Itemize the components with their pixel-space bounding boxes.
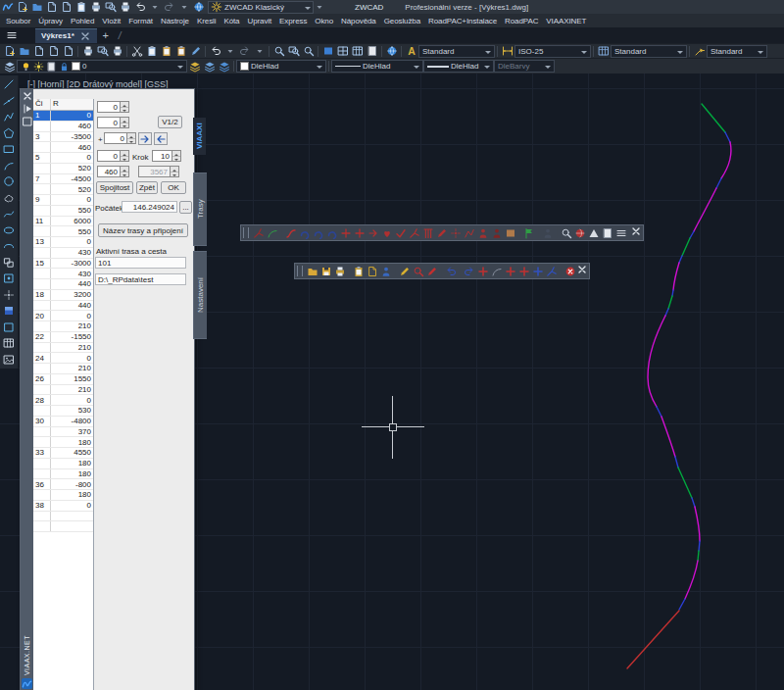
insert-before-button[interactable]	[138, 132, 152, 145]
rp-route-tool[interactable]	[252, 226, 266, 240]
print-button[interactable]	[88, 1, 103, 14]
table-row[interactable]: 116000	[33, 217, 93, 227]
rp-terrain-tool[interactable]	[266, 226, 279, 240]
layer-select[interactable]: 0	[17, 60, 187, 73]
spinner-c[interactable]: 0	[104, 132, 136, 144]
table-row[interactable]: 7-4500	[33, 174, 93, 185]
revision-cloud-tool[interactable]	[2, 192, 16, 204]
table-row[interactable]: 50	[33, 153, 93, 164]
undo-button[interactable]	[208, 45, 222, 58]
table-row[interactable]: 210	[33, 343, 93, 354]
krok-spinner[interactable]: 10	[152, 150, 181, 162]
print-preview-button[interactable]	[103, 1, 118, 14]
table-row-empty[interactable]	[33, 512, 93, 522]
sheet-button[interactable]	[365, 45, 379, 58]
route-segment[interactable]	[698, 551, 699, 561]
spinner-b[interactable]: 0	[97, 117, 129, 128]
route-segment[interactable]	[665, 309, 668, 316]
rp-flag-tool[interactable]	[522, 226, 536, 240]
text-style-select[interactable]: Standard	[418, 45, 495, 58]
zoom-previous-button[interactable]	[301, 45, 316, 58]
table-row[interactable]: 440	[33, 301, 93, 312]
undo-dropdown-icon[interactable]	[147, 1, 162, 14]
table-row[interactable]: 210	[33, 385, 93, 396]
table-view-button[interactable]	[350, 45, 365, 58]
v12-button[interactable]: V1/2	[158, 116, 182, 128]
rp-branch-tool[interactable]	[408, 226, 421, 240]
lineweight-select[interactable]: DleHlad	[423, 60, 494, 73]
menu-item-7[interactable]: Kóta	[220, 17, 243, 25]
menu-item-8[interactable]: Upravit	[243, 17, 275, 25]
paste-button[interactable]	[159, 45, 173, 58]
route-segment[interactable]	[682, 238, 690, 256]
table-row[interactable]: 183200	[33, 290, 93, 301]
menu-item-1[interactable]: Úpravy	[34, 17, 67, 25]
trasa-field[interactable]: 101	[95, 257, 186, 269]
table-row[interactable]: 380	[33, 501, 93, 512]
table-row[interactable]: 22-1550	[33, 332, 93, 343]
publish-button[interactable]	[110, 45, 124, 58]
menu-item-3[interactable]: Vložit	[98, 17, 124, 25]
rp2-add-point-button[interactable]	[476, 265, 490, 278]
dimension-style-select[interactable]: ISO-25	[514, 45, 591, 58]
route-segment[interactable]	[673, 263, 679, 290]
route-segment[interactable]	[702, 104, 725, 132]
table-row[interactable]: 180	[33, 459, 93, 469]
rp2-open-button[interactable]	[306, 265, 319, 278]
region-tool[interactable]	[2, 321, 16, 333]
insert-after-button[interactable]	[154, 132, 168, 145]
rp-spiral-tool-1[interactable]	[298, 226, 312, 240]
table-row[interactable]: 3-3500	[33, 132, 93, 143]
panel-close-icon[interactable]	[21, 89, 33, 102]
spinner-a[interactable]: 0	[97, 101, 129, 113]
help-button[interactable]	[384, 45, 399, 58]
table-row[interactable]: 210	[33, 321, 93, 332]
cut-button[interactable]	[129, 45, 144, 58]
rp2-erase-button[interactable]	[425, 265, 439, 278]
copy-button[interactable]	[144, 45, 159, 58]
paste-special-button[interactable]	[173, 45, 188, 58]
table-row[interactable]: 334550	[33, 448, 93, 459]
side-tab-nastaveni[interactable]: Nastavení	[193, 251, 207, 339]
polyline-tool[interactable]	[2, 111, 16, 123]
table-row[interactable]: 10	[33, 111, 93, 122]
menu-item-15[interactable]: VIAAXINET	[542, 17, 590, 25]
zpet-button[interactable]: Zpět	[136, 181, 158, 194]
rp-angle-tool[interactable]	[463, 226, 476, 240]
spojitost-button[interactable]: Spojitost	[96, 181, 133, 194]
rp2-person-button[interactable]	[379, 265, 393, 278]
browse-button[interactable]: ...	[179, 201, 192, 214]
rp-scurve-tool[interactable]	[284, 226, 298, 240]
route-segment[interactable]	[627, 611, 679, 668]
redo-dropdown-icon[interactable]	[176, 1, 191, 14]
rp-arrow-tool[interactable]	[367, 226, 380, 240]
table-row[interactable]: 530	[33, 406, 93, 417]
side-tab-trasy[interactable]: Trasy	[193, 172, 207, 246]
menu-item-5[interactable]: Nástroje	[157, 17, 193, 25]
close-icon[interactable]	[630, 225, 642, 237]
table-row[interactable]: 550	[33, 226, 93, 237]
new-button[interactable]	[15, 1, 29, 14]
rp2-redo-button[interactable]	[463, 265, 476, 278]
table-row[interactable]: 520	[33, 184, 93, 195]
table-row[interactable]: 460	[33, 122, 93, 132]
rp2-delete-button[interactable]	[564, 265, 577, 278]
route-segment[interactable]	[725, 132, 730, 142]
rp2-export-button[interactable]	[366, 265, 379, 278]
rp-spiral-tool-3[interactable]	[325, 226, 339, 240]
route-segment[interactable]	[695, 507, 700, 541]
drawing-area[interactable]: [-] [Horní] [2D Drátový model] [GSS] VIA…	[0, 74, 784, 690]
route-segment[interactable]	[678, 468, 692, 498]
rp-spiral-tool-2[interactable]	[312, 226, 325, 240]
point-tool[interactable]	[2, 289, 16, 301]
rp-globe-tool[interactable]	[573, 226, 587, 240]
menu-item-10[interactable]: Okno	[311, 17, 337, 25]
rp2-import-button[interactable]	[352, 265, 366, 278]
image-tool[interactable]	[2, 354, 16, 366]
route-segment[interactable]	[694, 188, 716, 231]
menu-item-14[interactable]: RoadPAC	[501, 17, 542, 25]
match-properties-button[interactable]	[188, 45, 203, 58]
side-tab-viaaxi[interactable]: VIAAXI	[193, 118, 206, 155]
ok-button[interactable]: OK	[161, 181, 186, 194]
route-segment[interactable]	[699, 541, 700, 551]
